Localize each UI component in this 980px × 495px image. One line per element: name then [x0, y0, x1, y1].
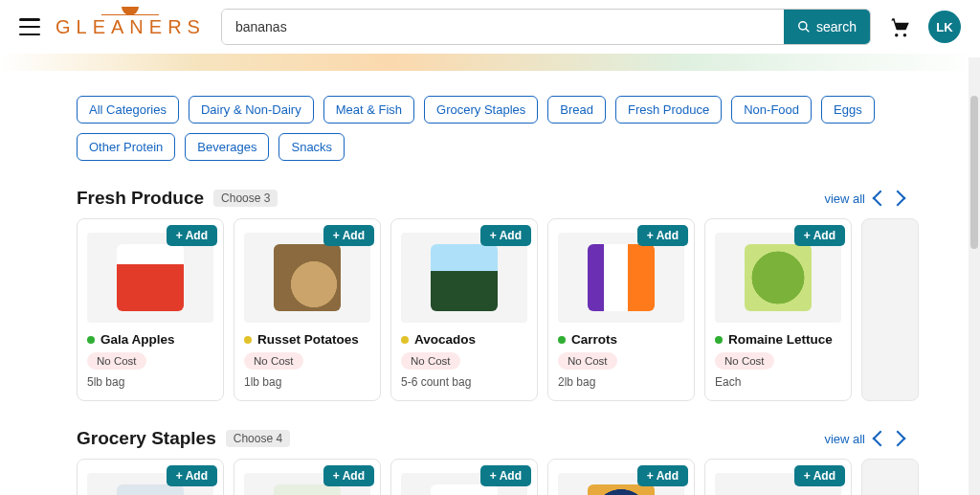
- view-all-link[interactable]: view all: [824, 191, 865, 206]
- cost-pill: No Cost: [558, 352, 617, 370]
- section-header: Grocery Staples Choose 4 view all: [77, 428, 903, 449]
- logo-text: GLEANERS: [56, 16, 206, 38]
- status-dot-icon: [87, 336, 95, 344]
- product-unit: 5-6 count bag: [401, 375, 527, 389]
- search-button[interactable]: search: [784, 10, 870, 44]
- avatar-initials: LK: [936, 20, 952, 34]
- main-content: All CategoriesDairy & Non-DairyMeat & Fi…: [0, 96, 980, 495]
- choose-badge: Choose 4: [226, 430, 290, 447]
- brand-logo[interactable]: GLEANERS: [56, 16, 206, 38]
- add-button[interactable]: + Add: [794, 465, 845, 486]
- vertical-scrollbar[interactable]: [969, 57, 980, 495]
- chevron-left-icon[interactable]: [873, 431, 889, 447]
- cost-pill: No Cost: [87, 352, 146, 370]
- product-name: Carrots: [558, 332, 684, 347]
- search-bar: search: [221, 9, 871, 45]
- svg-point-3: [903, 34, 906, 36]
- chevron-right-icon[interactable]: [890, 191, 906, 207]
- status-dot-icon: [401, 336, 409, 344]
- product-card[interactable]: + Add Romaine Lettuce No Cost Each: [704, 218, 852, 401]
- view-all-link[interactable]: view all: [824, 432, 865, 446]
- cost-pill: No Cost: [715, 352, 774, 370]
- product-card[interactable]: + Add: [234, 459, 381, 495]
- category-chip[interactable]: Snacks: [278, 133, 345, 161]
- svg-point-0: [799, 22, 807, 30]
- product-unit: Each: [715, 375, 841, 389]
- product-card[interactable]: + Add: [547, 459, 695, 495]
- add-button[interactable]: + Add: [480, 465, 531, 486]
- add-button[interactable]: + Add: [637, 465, 688, 486]
- product-thumbnail: [401, 233, 527, 323]
- category-chip[interactable]: Non-Food: [731, 96, 812, 124]
- add-button[interactable]: + Add: [167, 465, 217, 486]
- app-header: GLEANERS search LK: [0, 0, 980, 54]
- decorative-band: [0, 54, 980, 71]
- section-title: Fresh Produce: [77, 188, 204, 209]
- scrollbar-thumb[interactable]: [970, 96, 978, 249]
- product-card[interactable]: + Add Carrots No Cost 2lb bag: [547, 218, 695, 401]
- product-thumbnail: [87, 233, 213, 323]
- product-thumbnail: [715, 233, 841, 323]
- add-button[interactable]: + Add: [794, 225, 845, 246]
- product-unit: 5lb bag: [87, 375, 213, 389]
- product-card[interactable]: + Add: [390, 459, 538, 495]
- search-icon: [797, 20, 811, 34]
- product-thumbnail: [558, 233, 684, 323]
- chevron-right-icon[interactable]: [890, 431, 906, 447]
- category-chip[interactable]: Meat & Fish: [323, 96, 414, 124]
- product-row: + Add + Add + Add + Add + Add: [77, 459, 903, 495]
- search-input[interactable]: [222, 10, 784, 44]
- section-header: Fresh Produce Choose 3 view all: [77, 188, 903, 209]
- product-image: [274, 244, 341, 311]
- product-unit: 2lb bag: [558, 375, 684, 389]
- status-dot-icon: [558, 336, 566, 344]
- product-card-peek[interactable]: [861, 459, 919, 495]
- category-chip[interactable]: Eggs: [821, 96, 875, 124]
- product-card[interactable]: + Add Gala Apples No Cost 5lb bag: [77, 218, 224, 401]
- svg-line-1: [806, 29, 810, 33]
- product-image: [431, 244, 498, 311]
- chevron-left-icon[interactable]: [873, 191, 889, 207]
- product-card-peek[interactable]: [861, 218, 919, 401]
- category-chip[interactable]: Fresh Produce: [615, 96, 722, 124]
- status-dot-icon: [715, 336, 723, 344]
- product-unit: 1lb bag: [244, 375, 370, 389]
- avatar[interactable]: LK: [928, 11, 961, 43]
- logo-bowl-icon: [122, 7, 139, 15]
- add-button[interactable]: + Add: [480, 225, 531, 246]
- product-name: Russet Potatoes: [244, 332, 370, 347]
- product-name: Avocados: [401, 332, 527, 347]
- product-name: Romaine Lettuce: [715, 332, 841, 347]
- category-chip[interactable]: All Categories: [77, 96, 179, 124]
- product-image: [588, 244, 655, 311]
- product-name: Gala Apples: [87, 332, 213, 347]
- search-button-label: search: [816, 19, 857, 34]
- svg-point-2: [895, 34, 898, 36]
- cost-pill: No Cost: [401, 352, 460, 370]
- product-image: [745, 244, 812, 311]
- add-button[interactable]: + Add: [637, 225, 688, 246]
- category-chip[interactable]: Bread: [547, 96, 606, 124]
- product-image: [117, 244, 184, 311]
- cost-pill: No Cost: [244, 352, 303, 370]
- status-dot-icon: [244, 336, 252, 344]
- category-chip[interactable]: Grocery Staples: [424, 96, 538, 124]
- product-thumbnail: [244, 233, 370, 323]
- category-chip[interactable]: Dairy & Non-Dairy: [189, 96, 314, 124]
- add-button[interactable]: + Add: [167, 225, 217, 246]
- category-chip-row: All CategoriesDairy & Non-DairyMeat & Fi…: [77, 96, 903, 161]
- product-card[interactable]: + Add: [704, 459, 852, 495]
- product-card[interactable]: + Add Avocados No Cost 5-6 count bag: [390, 218, 538, 401]
- choose-badge: Choose 3: [213, 190, 278, 207]
- menu-icon[interactable]: [19, 18, 40, 35]
- add-button[interactable]: + Add: [323, 465, 374, 486]
- category-chip[interactable]: Beverages: [185, 133, 269, 161]
- add-button[interactable]: + Add: [323, 225, 374, 246]
- cart-icon[interactable]: [886, 14, 913, 39]
- product-row: + Add Gala Apples No Cost 5lb bag + Add …: [77, 218, 903, 401]
- section-title: Grocery Staples: [77, 428, 216, 449]
- product-card[interactable]: + Add Russet Potatoes No Cost 1lb bag: [234, 218, 381, 401]
- category-chip[interactable]: Other Protein: [77, 133, 175, 161]
- product-card[interactable]: + Add: [77, 459, 224, 495]
